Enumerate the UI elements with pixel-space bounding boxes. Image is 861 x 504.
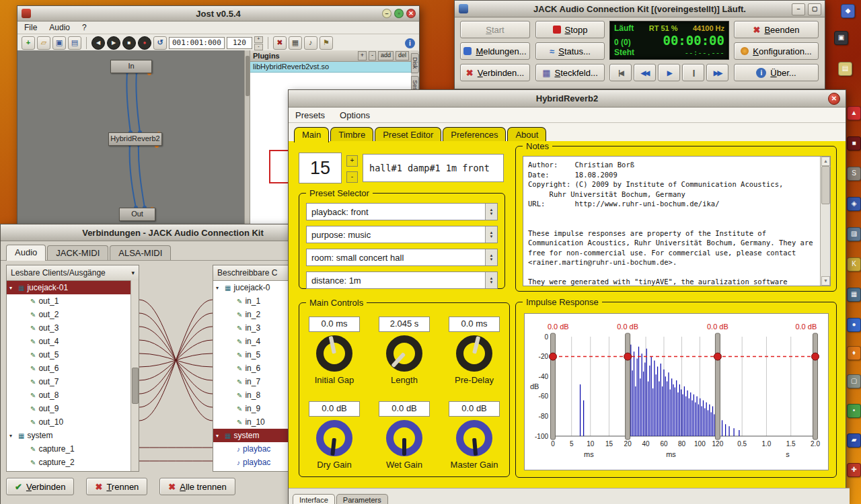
transport-button[interactable]: ▶ xyxy=(658,64,680,81)
notes-textarea[interactable]: Author: Christian Borß Date: 18.08.2009 … xyxy=(523,156,831,286)
tempo-spinner[interactable]: + - xyxy=(254,36,263,50)
expander-icon[interactable]: ▾ xyxy=(216,285,222,291)
port-row[interactable]: ✎ out_7 xyxy=(7,375,139,388)
jost-titlebar[interactable]: Jost v0.5.4 – ▫ ✕ xyxy=(17,6,419,22)
desktop-icon[interactable]: ▰ xyxy=(847,433,861,448)
stop-button[interactable]: Stopp xyxy=(535,21,605,38)
combo-spinner-icon[interactable]: ▲▼ xyxy=(485,226,497,243)
close-button[interactable]: ✕ xyxy=(406,9,416,18)
port-row[interactable]: ✎ out_10 xyxy=(7,415,139,429)
setup-button[interactable]: Konfiguration... xyxy=(734,42,819,60)
preset-combo[interactable]: room: small concert hall ▲▼ xyxy=(306,249,498,266)
plugin-add-button[interactable]: add xyxy=(378,51,394,60)
transport-button[interactable]: ◀◀ xyxy=(634,64,656,81)
combo-spinner-icon[interactable]: ▲▼ xyxy=(485,204,497,220)
list-scrollbar[interactable] xyxy=(130,280,139,471)
menu-item[interactable]: Audio xyxy=(49,23,70,32)
desktop-icon[interactable]: ■ xyxy=(847,136,861,151)
transport-button[interactable]: |◀ xyxy=(609,64,632,81)
minimize-button[interactable]: – xyxy=(792,3,805,15)
qjackctl-titlebar[interactable]: JACK Audio Connection Kit [(voreingestel… xyxy=(455,1,825,17)
desktop-icon[interactable]: S xyxy=(847,167,861,181)
readable-clients-header[interactable]: Lesbare Clients/Ausgänge ▾ xyxy=(7,265,139,281)
knob[interactable] xyxy=(386,335,422,372)
tab[interactable]: Preset Editor xyxy=(375,127,441,142)
tab[interactable]: Preferences xyxy=(443,127,506,142)
desktop-icon[interactable]: ▢ xyxy=(847,374,861,388)
knob[interactable] xyxy=(316,420,352,456)
desktop-icon[interactable]: ▦ xyxy=(847,288,861,302)
preset-up-button[interactable]: + xyxy=(346,155,358,167)
maximize-button[interactable]: ▢ xyxy=(808,3,821,15)
midi-icon[interactable]: ♪ xyxy=(304,36,317,50)
record-button[interactable]: ● xyxy=(138,36,151,50)
port-row[interactable]: ✎ out_5 xyxy=(7,348,139,362)
combo-spinner-icon[interactable]: ▲▼ xyxy=(485,272,497,288)
desktop-icon[interactable]: K xyxy=(847,257,861,271)
desktop-icon[interactable]: ● xyxy=(847,318,861,332)
port-row[interactable]: ✎ out_6 xyxy=(7,362,139,375)
desktop-icon[interactable]: ◈ xyxy=(847,197,861,211)
graph-node-reverb[interactable]: HybridReverb2 xyxy=(108,132,162,146)
menu-item[interactable]: Options xyxy=(340,110,370,120)
loop-icon[interactable]: ↺ xyxy=(153,36,167,50)
tools-icon[interactable]: ⚑ xyxy=(320,36,333,50)
knob[interactable] xyxy=(456,420,492,456)
tab[interactable]: Audio xyxy=(6,245,46,261)
messages-button[interactable]: Meldungen... xyxy=(460,42,530,60)
tab[interactable]: Main xyxy=(294,127,329,142)
hybridreverb2-titlebar[interactable]: HybridReverb2 ✕ xyxy=(289,90,846,108)
knob[interactable] xyxy=(386,420,422,456)
impulse-plot[interactable]: 0-20-40-60-80-100dB051015204060801001200… xyxy=(524,313,829,470)
preset-combo[interactable]: distance: 1m ▲▼ xyxy=(306,271,498,289)
spin-up-icon[interactable]: + xyxy=(254,36,263,43)
desktop-icon[interactable]: • xyxy=(847,404,861,418)
port-row[interactable]: ✎ out_9 xyxy=(7,402,139,415)
desktop-icon[interactable]: ▨ xyxy=(847,227,861,241)
patchbay-button[interactable]: ▦ Steckfeld... xyxy=(535,64,605,81)
play-button[interactable]: ▶ xyxy=(107,36,120,50)
port-row[interactable]: ✎ out_3 xyxy=(7,321,139,335)
stop-button[interactable]: ■ xyxy=(122,36,136,50)
menu-item[interactable]: ? xyxy=(82,23,87,32)
desktop-icon[interactable]: ▣ xyxy=(834,31,848,45)
quit-button[interactable]: ✖ Beenden xyxy=(734,21,819,38)
disconnect-button[interactable]: ✖ Trennen xyxy=(86,478,147,495)
preset-combo[interactable]: playback: front ▲▼ xyxy=(306,203,498,220)
knob[interactable] xyxy=(316,335,352,372)
open-button[interactable]: ▱ xyxy=(37,36,50,50)
status-button[interactable]: ≈ Status... xyxy=(535,42,605,60)
tab[interactable]: JACK-MIDI xyxy=(47,245,108,260)
about-button[interactable]: i Über... xyxy=(734,64,819,81)
tab[interactable]: About xyxy=(507,127,546,142)
port-row[interactable]: ✎ out_2 xyxy=(7,308,139,321)
desktop-icon[interactable]: ♦ xyxy=(847,346,861,360)
graph-node-out[interactable]: Out xyxy=(119,208,155,221)
plugin-del-button[interactable]: del xyxy=(396,51,409,60)
close-button[interactable]: ✕ xyxy=(828,93,840,105)
desktop-icon[interactable]: ✚ xyxy=(847,463,861,477)
scroll-up-icon[interactable]: ▲ xyxy=(821,157,830,166)
port-row[interactable]: ▾ ▦ jucejack-01 xyxy=(7,281,139,294)
maximize-button[interactable]: ▫ xyxy=(394,9,404,18)
plugin-plus-button[interactable]: + xyxy=(358,51,367,60)
info-icon[interactable]: i xyxy=(405,38,415,48)
port-row[interactable]: ✎ out_4 xyxy=(7,335,139,348)
notes-scrollbar[interactable]: ▲ ▼ xyxy=(820,157,830,286)
expander-icon[interactable]: ▾ xyxy=(9,433,15,439)
tab[interactable]: Timbre xyxy=(330,127,373,142)
connect-button[interactable]: ✔ Verbinden xyxy=(6,478,74,495)
transport-button[interactable]: || xyxy=(682,64,704,81)
combo-spinner-icon[interactable]: ▲▼ xyxy=(485,249,497,265)
expander-icon[interactable]: ▾ xyxy=(9,285,15,291)
desktop-icon[interactable]: ▤ xyxy=(838,62,852,76)
preset-combo[interactable]: purpose: music ▲▼ xyxy=(306,226,498,243)
port-row[interactable]: ✎ out_8 xyxy=(7,388,139,402)
desktop-icon[interactable]: ◆ xyxy=(841,4,855,18)
rewind-button[interactable]: ◀ xyxy=(91,36,105,50)
menu-item[interactable]: File xyxy=(24,23,37,32)
side-tab[interactable]: Disk xyxy=(411,53,419,73)
plugin-list-item[interactable]: libHybridReverb2vst.so xyxy=(250,62,412,73)
tab[interactable]: Interface xyxy=(293,494,335,504)
transport-button[interactable]: ▶▶ xyxy=(706,64,728,81)
